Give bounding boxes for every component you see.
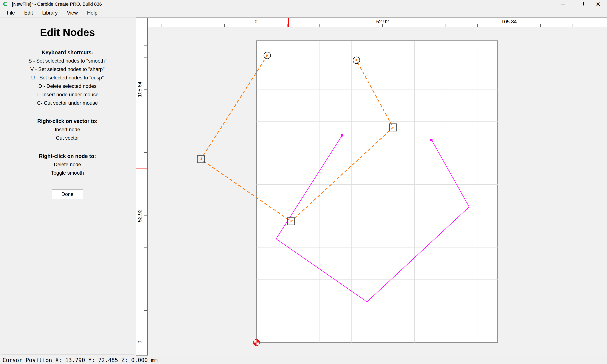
v-ruler-cursor-marker	[136, 169, 148, 169]
ruler-corner	[136, 18, 148, 27]
panel-help-line: V - Set selected nodes to "sharp"	[1, 65, 134, 74]
panel-help-line: Delete node	[1, 160, 134, 169]
panel-sections: Keyboard shortcuts:S - Set selected node…	[1, 48, 134, 177]
edit-nodes-panel: Edit Nodes Keyboard shortcuts:S - Set se…	[1, 18, 134, 355]
v-ruler-label: 0	[137, 341, 143, 343]
panel-section-header: Keyboard shortcuts:	[1, 48, 134, 57]
menu-item-file[interactable]: File	[2, 9, 19, 17]
horizontal-ruler: 052.92105.84	[148, 18, 607, 27]
v-ruler-label: 105.84	[137, 81, 143, 97]
app-logo-icon: C	[3, 1, 7, 7]
design-canvas-svg[interactable]	[148, 28, 607, 356]
canvas-area: 052.92105.84 105.8452.920	[136, 17, 607, 356]
panel-help-line: Toggle smooth	[1, 169, 134, 177]
panel-help-line: D - Delete selected nodes	[1, 82, 134, 90]
menu-item-edit[interactable]: Edit	[20, 9, 37, 17]
menu-item-view[interactable]: View	[63, 9, 82, 17]
panel-help-line: U - Set selected nodes to "cusp"	[1, 74, 134, 82]
panel-section-header: Right-click on vector to:	[1, 117, 134, 125]
window-controls: ×	[554, 0, 607, 8]
title-bar: C [NewFile]* - Carbide Create PRO, Build…	[0, 0, 607, 8]
restore-icon	[579, 3, 582, 6]
vertical-ruler: 105.8452.920	[136, 27, 148, 355]
panel-help-line: Insert node	[1, 125, 134, 134]
node-center-dot	[266, 54, 268, 56]
panel-help-line: Cut vector	[1, 134, 134, 142]
panel-help-line: S - Set selected nodes to "smooth"	[1, 57, 134, 65]
panel-section-header: Right-click on node to:	[1, 152, 134, 160]
window-title: [NewFile]* - Carbide Create PRO, Build 8…	[12, 1, 102, 7]
minimize-icon	[561, 4, 565, 4]
stock-rectangle	[256, 41, 498, 342]
h-ruler-label: 52.92	[376, 19, 389, 25]
app-window: C [NewFile]* - Carbide Create PRO, Build…	[0, 0, 607, 364]
restore-button[interactable]	[572, 0, 589, 8]
h-ruler-cursor-marker	[288, 18, 289, 27]
status-bar: Cursor Position X: 13.790 Y: 72.485 Z: 0…	[0, 356, 607, 364]
done-button[interactable]: Done	[52, 189, 83, 199]
panel-help-line: C- Cut vector under mouse	[1, 99, 134, 107]
minimize-button[interactable]	[554, 0, 572, 8]
vector-endpoint-dot	[341, 134, 343, 136]
vector-endpoint-dot	[430, 139, 433, 141]
close-icon: ×	[596, 0, 600, 8]
drawing-area[interactable]	[148, 28, 607, 356]
menu-item-help[interactable]: Help	[83, 9, 102, 17]
v-ruler-label: 52.92	[137, 209, 143, 222]
menu-bar: FileEditLibraryViewHelp	[0, 8, 607, 17]
h-ruler-label: 0	[255, 19, 257, 25]
menu-item-library[interactable]: Library	[38, 9, 62, 17]
h-ruler-label: 105.84	[501, 19, 516, 25]
close-button[interactable]: ×	[589, 0, 607, 8]
origin-marker-quadrant	[253, 342, 256, 346]
panel-help-line: I - Insert node under mouse	[1, 90, 134, 99]
node-center-dot	[356, 59, 357, 61]
panel-title: Edit Nodes	[1, 26, 134, 39]
cursor-position-readout: Cursor Position X: 13.790 Y: 72.485 Z: 0…	[2, 357, 158, 363]
